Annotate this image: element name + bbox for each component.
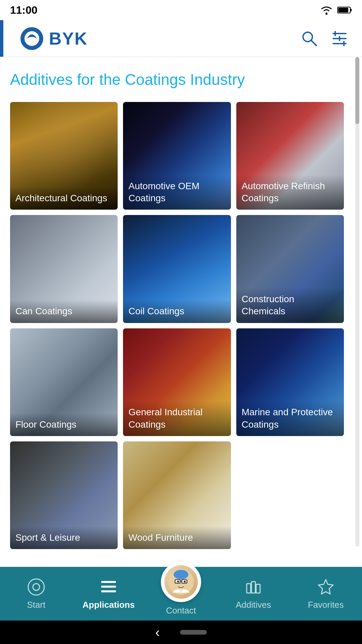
nav-item-additives[interactable]: Additives [227,578,280,610]
grid-item-label-coil: Coil Coatings [123,300,231,323]
additives-icon [244,578,263,596]
contact-avatar-face [164,565,198,599]
header: BYK [0,20,362,57]
battery-icon [337,6,352,14]
grid-item-label-can: Can Coatings [10,300,118,323]
svg-point-5 [24,31,39,46]
svg-point-15 [33,584,40,590]
nav-item-applications[interactable]: Applications [82,578,135,610]
svg-point-23 [174,570,188,579]
grid-item-label-construction: Construction Chemicals [236,288,344,323]
logo-text: BYK [49,29,88,49]
grid-item-label-marine: Marine and Protective Coatings [236,401,344,436]
nav-label-contact: Contact [166,605,196,616]
nav-label-favorites: Favorites [308,600,344,610]
svg-point-26 [177,581,179,583]
status-time: 11:00 [10,4,38,16]
scrollbar-track[interactable] [355,57,359,547]
grid-item-label-wood: Wood Furniture [123,526,231,549]
svg-point-14 [28,579,44,595]
svg-rect-20 [101,586,105,588]
grid-item-auto-ref[interactable]: Automotive Refinish Coatings [236,102,344,210]
status-bar: 11:00 [0,0,362,20]
byk-logo-icon [20,27,44,50]
grid-item-label-general: General Industrial Coatings [123,401,231,436]
start-icon [27,578,46,596]
grid-item-marine[interactable]: Marine and Protective Coatings [236,328,344,436]
nav-label-applications: Applications [82,600,135,610]
grid-item-auto-oem[interactable]: Automotive OEM Coatings [123,102,231,210]
nav-item-favorites[interactable]: Favorites [299,578,353,610]
svg-marker-34 [318,580,333,594]
header-actions [300,30,349,48]
svg-rect-19 [101,581,105,583]
grid-item-label-auto-ref: Automotive Refinish Coatings [236,175,344,210]
scrollbar-thumb[interactable] [355,57,359,124]
grid-item-label-auto-oem: Automotive OEM Coatings [123,175,231,210]
grid-item-label-bicycle: Sport & Leisure [10,526,118,549]
nav-label-additives: Additives [236,600,271,610]
search-icon[interactable] [300,30,318,48]
filter-icon[interactable] [330,30,349,48]
coatings-grid: Architectural CoatingsAutomotive OEM Coa… [10,102,344,549]
logo-area: BYK [13,27,88,50]
nav-item-contact[interactable]: Contact [154,572,208,616]
back-button[interactable]: ‹ [155,625,160,640]
nav-label-start: Start [27,600,46,610]
grid-item-general[interactable]: General Industrial Coatings [123,328,231,436]
favorites-icon [316,578,335,596]
main-content: Additives for the Coatings Industry Arch… [0,57,362,567]
svg-rect-21 [101,590,105,592]
status-icons [320,5,352,15]
svg-line-7 [311,40,316,46]
grid-item-coil[interactable]: Coil Coatings [123,215,231,323]
grid-item-wood[interactable]: Wood Furniture [123,441,231,549]
grid-item-floor[interactable]: Floor Coatings [10,328,118,436]
svg-rect-3 [338,8,348,12]
svg-rect-32 [251,582,255,593]
applications-icon [99,578,118,596]
grid-item-bicycle[interactable]: Sport & Leisure [10,441,118,549]
nav-item-start[interactable]: Start [9,578,63,610]
svg-point-0 [325,13,327,15]
svg-rect-2 [350,9,352,11]
bottom-nav: Start Applications [0,567,362,621]
grid-item-label-floor: Floor Coatings [10,413,118,436]
contact-avatar [161,562,201,602]
svg-point-27 [184,581,186,583]
section-title: Additives for the Coatings Industry [10,70,352,89]
system-nav: ‹ [0,621,362,644]
grid-item-label-arch: Architectural Coatings [10,187,118,210]
wifi-icon [320,5,333,15]
grid-item-construction[interactable]: Construction Chemicals [236,215,344,323]
grid-item-arch[interactable]: Architectural Coatings [10,102,118,210]
home-button[interactable] [180,630,207,635]
grid-item-can[interactable]: Can Coatings [10,215,118,323]
svg-rect-33 [256,584,260,593]
svg-rect-31 [247,584,251,593]
